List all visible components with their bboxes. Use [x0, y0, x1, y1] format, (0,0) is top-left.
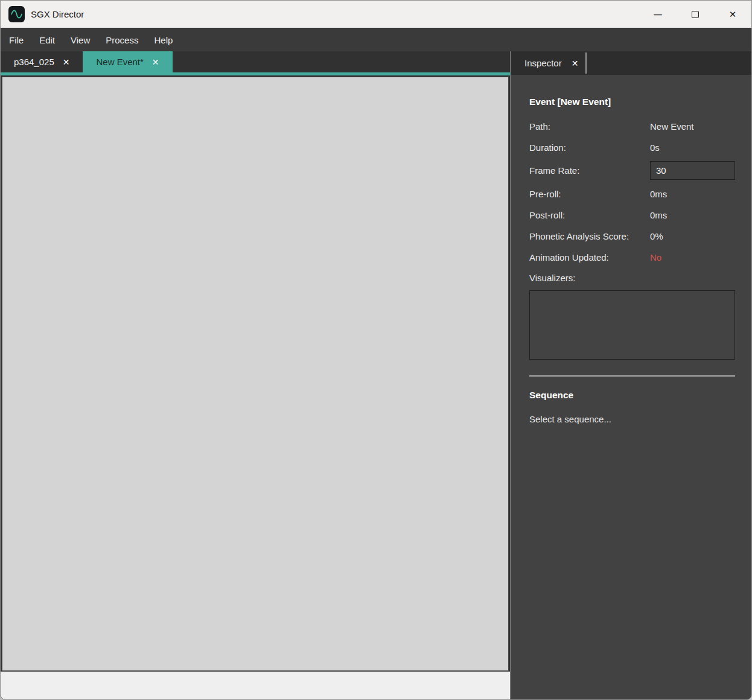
phonetic-score-label: Phonetic Analysis Score: — [529, 231, 650, 241]
tab-label: New Event* — [96, 57, 143, 67]
duration-row: Duration: 0s — [529, 142, 735, 153]
path-row: Path: New Event — [529, 121, 735, 132]
tab-close-icon[interactable]: ✕ — [572, 59, 579, 68]
animation-updated-value: No — [650, 252, 661, 262]
main-split: p364_025 ✕ New Event* ✕ Inspector ✕ — [1, 51, 751, 699]
visualizers-listbox[interactable] — [529, 290, 735, 360]
menu-help[interactable]: Help — [146, 28, 180, 51]
tab-p364-025[interactable]: p364_025 ✕ — [1, 51, 83, 72]
sequence-empty-text: Select a sequence... — [529, 414, 735, 424]
canvas-wrap — [1, 75, 510, 671]
pre-roll-label: Pre-roll: — [529, 189, 650, 199]
pre-roll-value: 0ms — [650, 189, 667, 199]
tab-new-event[interactable]: New Event* ✕ — [83, 51, 172, 72]
tab-label: p364_025 — [14, 57, 54, 67]
pre-roll-row: Pre-roll: 0ms — [529, 188, 735, 199]
inspector-pane: Inspector ✕ Event [New Event] Path: New … — [511, 51, 752, 699]
titlebar-left: SGX Director — [1, 6, 639, 22]
document-tabstrip: p364_025 ✕ New Event* ✕ — [1, 51, 510, 72]
post-roll-row: Post-roll: 0ms — [529, 209, 735, 220]
path-value: New Event — [650, 121, 694, 132]
tab-label: Inspector — [524, 58, 562, 68]
statusbar — [1, 671, 510, 699]
animation-updated-label: Animation Updated: — [529, 252, 650, 262]
close-button[interactable]: ✕ — [714, 1, 751, 28]
section-divider — [529, 375, 735, 377]
app-window: SGX Director — ✕ File Edit View Process … — [0, 0, 752, 700]
event-section-title: Event [New Event] — [529, 97, 735, 107]
visualizers-label: Visualizers: — [529, 273, 735, 283]
frame-rate-label: Frame Rate: — [529, 165, 650, 176]
menu-view[interactable]: View — [63, 28, 98, 51]
tab-separator — [585, 52, 587, 74]
window-title: SGX Director — [31, 9, 84, 19]
frame-rate-input[interactable] — [650, 161, 735, 180]
phonetic-score-row: Phonetic Analysis Score: 0% — [529, 231, 735, 241]
post-roll-value: 0ms — [650, 210, 667, 220]
tab-close-icon[interactable]: ✕ — [152, 57, 159, 67]
menu-process[interactable]: Process — [98, 28, 146, 51]
animation-updated-row: Animation Updated: No — [529, 252, 735, 262]
inspector-tabstrip: Inspector ✕ — [511, 51, 752, 75]
maximize-icon — [692, 11, 699, 18]
inspector-body: Event [New Event] Path: New Event Durati… — [511, 75, 752, 699]
path-label: Path: — [529, 121, 650, 132]
post-roll-label: Post-roll: — [529, 210, 650, 220]
menu-edit[interactable]: Edit — [31, 28, 63, 51]
main-canvas[interactable] — [2, 77, 509, 671]
titlebar: SGX Director — ✕ — [1, 1, 751, 28]
sequence-section-title: Sequence — [529, 390, 735, 401]
tab-close-icon[interactable]: ✕ — [63, 57, 70, 67]
window-controls: — ✕ — [639, 1, 751, 28]
maximize-button[interactable] — [677, 1, 714, 28]
phonetic-score-value: 0% — [650, 231, 663, 241]
duration-value: 0s — [650, 142, 660, 153]
tab-inspector[interactable]: Inspector ✕ — [517, 51, 585, 75]
app-logo-icon — [8, 6, 25, 22]
menu-file[interactable]: File — [2, 28, 31, 51]
duration-label: Duration: — [529, 142, 650, 153]
document-pane: p364_025 ✕ New Event* ✕ — [1, 51, 511, 699]
menubar: File Edit View Process Help — [1, 28, 751, 51]
minimize-button[interactable]: — — [639, 1, 677, 28]
frame-rate-row: Frame Rate: — [529, 161, 735, 180]
